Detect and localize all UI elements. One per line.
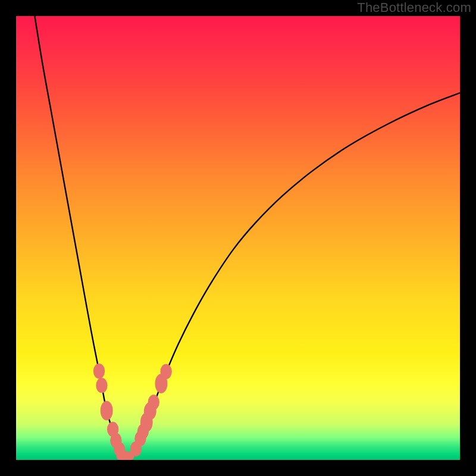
watermark-text: TheBottleneck.com xyxy=(357,0,471,15)
marker-dot xyxy=(160,364,171,379)
curve-overlay xyxy=(16,16,460,460)
marker-dot xyxy=(148,394,159,409)
curve-left-branch xyxy=(35,16,122,453)
marker-dot xyxy=(101,401,113,421)
marker-dot xyxy=(93,364,105,378)
curve-right-branch xyxy=(133,93,460,453)
marker-dot xyxy=(96,378,107,393)
marker-cluster xyxy=(93,364,172,460)
